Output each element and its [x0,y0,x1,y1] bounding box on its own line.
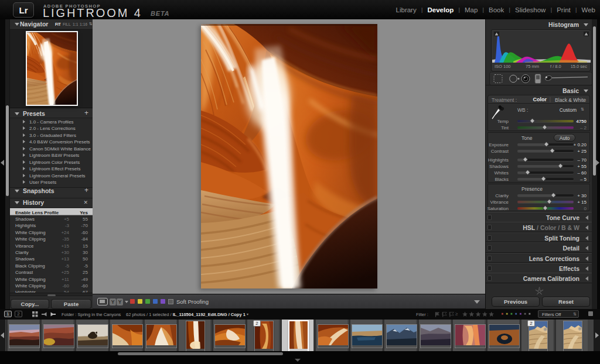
svg-text:✺: ✺ [543,327,547,332]
svg-text:✺: ✺ [578,326,582,332]
